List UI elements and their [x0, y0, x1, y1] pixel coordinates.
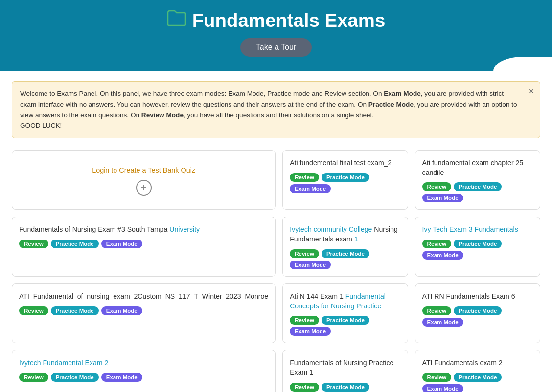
- badge-review[interactable]: Review: [422, 182, 452, 191]
- cards-grid: Login to Create a Test Bank Quiz + Ati f…: [12, 150, 540, 392]
- card-title: ATI Fundamentals exam 2: [422, 358, 533, 368]
- badge-practice-mode[interactable]: Practice Mode: [322, 316, 369, 325]
- card-title: Ivy Tech Exam 3 Fundamentals: [422, 225, 533, 235]
- alert-banner: × Welcome to Exams Panel. On this panel,…: [12, 81, 540, 138]
- badge-review[interactable]: Review: [19, 306, 48, 315]
- card-ati-rn-fundamentals-6: ATI RN Fundamentals Exam 6 ReviewPractic…: [415, 283, 540, 343]
- badge-group: ReviewPractice ModeExam Mode: [19, 306, 268, 315]
- badge-exam-mode[interactable]: Exam Mode: [422, 251, 463, 260]
- card-fundamentals-nursing-practice-1: Fundamentals of Nursing Practice Exam 1 …: [282, 350, 408, 392]
- card-ati-fundemental-final: Ati fundemental final test exam_2 Review…: [282, 150, 408, 210]
- login-card-title: Login to Create a Test Bank Quiz: [92, 165, 195, 175]
- badge-practice-mode[interactable]: Practice Mode: [322, 173, 369, 182]
- badge-practice-mode[interactable]: Practice Mode: [454, 182, 502, 191]
- card-title: ATI RN Fundamentals Exam 6: [422, 292, 533, 302]
- card-title: Ati fundemental final test exam_2: [290, 158, 400, 168]
- badge-exam-mode[interactable]: Exam Mode: [101, 373, 142, 382]
- badge-practice-mode[interactable]: Practice Mode: [322, 249, 369, 258]
- add-quiz-button[interactable]: +: [136, 180, 152, 196]
- card-title: Ivytech community College Nursing Fundam…: [290, 225, 400, 244]
- badge-exam-mode[interactable]: Exam Mode: [290, 184, 331, 193]
- badge-group: ReviewPractice ModeExam Mode: [422, 373, 533, 392]
- header: Fundamentals Exams Take a Tour: [0, 0, 552, 71]
- badge-group: ReviewPractice ModeExam Mode: [290, 316, 400, 336]
- badge-review[interactable]: Review: [290, 173, 319, 182]
- card-fundamentals-nursing-3: Fundamentals of Nursing Exam #3 South Ta…: [12, 217, 276, 276]
- badge-group: ReviewPractice ModeExam Mode: [422, 240, 533, 260]
- card-title: ATI_Fundamental_of_nursing_exam_2Custom_…: [19, 292, 268, 302]
- alert-close-button[interactable]: ×: [529, 87, 534, 97]
- badge-review[interactable]: Review: [19, 240, 48, 248]
- badge-review[interactable]: Review: [290, 383, 319, 392]
- card-title: Ivytech Fundamental Exam 2: [19, 358, 268, 368]
- badge-practice-mode[interactable]: Practice Mode: [454, 306, 502, 315]
- card-title: Fundamentals of Nursing Exam #3 South Ta…: [19, 225, 268, 235]
- main-content: × Welcome to Exams Panel. On this panel,…: [0, 71, 552, 392]
- badge-group: ReviewPractice ModeExam Mode: [422, 182, 533, 202]
- folder-icon: [167, 10, 186, 31]
- badge-group: ReviewPractice ModeExam Mode: [290, 383, 400, 392]
- alert-text: Welcome to Exams Panel. On this panel, w…: [20, 90, 517, 129]
- badge-group: ReviewPractice ModeExam Mode: [422, 306, 533, 327]
- card-ati-n144: Ati N 144 Exam 1 Fundamental Concepts fo…: [282, 283, 408, 343]
- badge-group: ReviewPractice ModeExam Mode: [290, 249, 400, 269]
- badge-review[interactable]: Review: [19, 373, 48, 382]
- badge-practice-mode[interactable]: Practice Mode: [51, 306, 99, 315]
- badge-review[interactable]: Review: [290, 316, 319, 325]
- badge-practice-mode[interactable]: Practice Mode: [51, 373, 99, 382]
- badge-exam-mode[interactable]: Exam Mode: [290, 261, 331, 269]
- badge-group: ReviewPractice ModeExam Mode: [290, 173, 400, 193]
- badge-group: ReviewPractice ModeExam Mode: [19, 373, 268, 382]
- card-title: Fundamentals of Nursing Practice Exam 1: [290, 358, 400, 377]
- card-ivytech-fundamental-2: Ivytech Fundamental Exam 2 ReviewPractic…: [12, 350, 276, 392]
- badge-exam-mode[interactable]: Exam Mode: [290, 327, 331, 336]
- card-login-card: Login to Create a Test Bank Quiz +: [12, 150, 276, 210]
- card-ivytech-community: Ivytech community College Nursing Fundam…: [282, 217, 408, 276]
- badge-exam-mode[interactable]: Exam Mode: [101, 306, 142, 315]
- card-title: Ati N 144 Exam 1 Fundamental Concepts fo…: [290, 292, 400, 311]
- page-title: Fundamentals Exams: [0, 10, 552, 31]
- badge-practice-mode[interactable]: Practice Mode: [454, 373, 502, 382]
- badge-review[interactable]: Review: [422, 240, 452, 248]
- badge-review[interactable]: Review: [422, 373, 452, 382]
- card-ati-fundamental-custom: ATI_Fundamental_of_nursing_exam_2Custom_…: [12, 283, 276, 343]
- badge-practice-mode[interactable]: Practice Mode: [322, 383, 369, 392]
- badge-exam-mode[interactable]: Exam Mode: [422, 194, 463, 202]
- take-tour-button[interactable]: Take a Tour: [240, 38, 312, 57]
- card-ivy-tech-exam3: Ivy Tech Exam 3 Fundamentals ReviewPract…: [415, 217, 540, 276]
- badge-practice-mode[interactable]: Practice Mode: [51, 240, 99, 248]
- card-ati-fundamental-chapter25: Ati fundamental exam chapter 25 candile …: [415, 150, 540, 210]
- badge-exam-mode[interactable]: Exam Mode: [422, 384, 463, 392]
- badge-group: ReviewPractice ModeExam Mode: [19, 240, 268, 248]
- badge-exam-mode[interactable]: Exam Mode: [101, 240, 142, 248]
- badge-review[interactable]: Review: [422, 306, 452, 315]
- badge-exam-mode[interactable]: Exam Mode: [422, 318, 463, 327]
- card-title: Ati fundamental exam chapter 25 candile: [422, 158, 533, 177]
- card-ati-fundamentals-exam2: ATI Fundamentals exam 2 ReviewPractice M…: [415, 350, 540, 392]
- badge-review[interactable]: Review: [290, 249, 319, 258]
- badge-practice-mode[interactable]: Practice Mode: [454, 240, 502, 248]
